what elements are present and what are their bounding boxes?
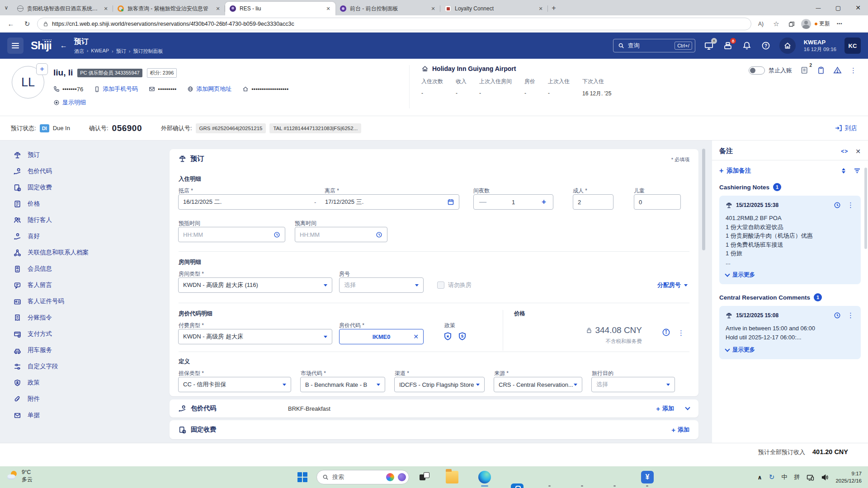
read-aloud-icon[interactable]: A) <box>755 18 767 30</box>
note-history-icon[interactable] <box>834 312 841 319</box>
browser-menu-icon[interactable]: ⋯ <box>834 18 845 30</box>
sidebar-item-rates[interactable]: 价格 <box>14 196 163 212</box>
menu-icon[interactable] <box>7 38 24 54</box>
task-view-button[interactable] <box>420 472 430 482</box>
tab-close-icon[interactable]: ✕ <box>325 5 332 12</box>
property-context[interactable]: KWEAP 16 12月 09:16 <box>804 39 836 53</box>
sidebar-item-package-codes[interactable]: 包价代码 <box>14 163 163 179</box>
adults-input[interactable]: 2 <box>573 194 613 210</box>
help-icon[interactable]: ? <box>760 40 771 51</box>
browser-tab[interactable]: 前台 - 前台控制面板 ✕ <box>335 2 440 15</box>
tab-close-icon[interactable]: ✕ <box>429 5 437 12</box>
microsoft-store-icon[interactable] <box>511 483 524 488</box>
cast-device-icon[interactable] <box>807 474 814 481</box>
main-scrollbar[interactable] <box>702 144 705 439</box>
url-input[interactable]: https://cn1.web.ep.shiji.world/reservati… <box>37 18 751 30</box>
nights-stepper[interactable]: — 1 + <box>473 194 553 210</box>
sidebar-item-attachments[interactable]: 附件 <box>14 391 163 407</box>
room-type-select[interactable]: KWDN - 高级房 超大床 (116) <box>178 277 332 293</box>
edge-browser-icon[interactable] <box>478 471 491 483</box>
sidebar-item-payment-methods[interactable]: 支付方式 <box>14 326 163 342</box>
add-guest-photo-button[interactable]: + <box>36 63 48 75</box>
note-more-icon[interactable]: ⋮ <box>847 201 854 209</box>
alerts-warning-icon[interactable] <box>833 66 842 75</box>
add-package-button[interactable]: +添加 <box>656 404 674 413</box>
taskbar-clock[interactable]: 9:17 2025/12/16 <box>835 470 862 484</box>
property-home-icon[interactable] <box>779 38 796 54</box>
sidebar-item-membership[interactable]: 会员信息 <box>14 261 163 277</box>
collections-icon[interactable] <box>786 18 797 30</box>
banking-app-icon[interactable]: ¥ <box>641 471 654 483</box>
clipboard-icon[interactable] <box>817 66 825 75</box>
etd-input[interactable]: HH:MM <box>295 227 387 242</box>
breadcrumb-item[interactable]: 酒店 <box>74 48 84 55</box>
no-room-move-checkbox[interactable]: 请勿换房 <box>437 281 472 289</box>
room-number-select[interactable]: 选择 <box>339 277 424 293</box>
tray-expand-icon[interactable]: ∧ <box>757 474 762 481</box>
add-note-button[interactable]: +添加备注 <box>719 167 751 175</box>
start-button[interactable] <box>297 472 307 482</box>
add-web-link[interactable]: 添加网页地址 <box>187 85 231 93</box>
source-select[interactable]: CRS - Central Reservation... <box>494 377 582 392</box>
check-in-button[interactable]: 到店 <box>835 124 857 132</box>
sidebar-item-routing[interactable]: 分账指令 <box>14 310 163 326</box>
user-avatar[interactable]: KC <box>844 38 861 54</box>
taskbar-weather-widget[interactable]: 9°C多云 <box>7 469 33 483</box>
minimize-button[interactable]: — <box>808 0 828 15</box>
tab-search-icon[interactable]: ∨ <box>0 1 13 14</box>
price-more-icon[interactable]: ⋮ <box>678 329 685 337</box>
note-history-icon[interactable] <box>834 202 841 209</box>
sidebar-item-transport[interactable]: 用车服务 <box>14 342 163 358</box>
notes-scrollbar[interactable] <box>864 168 867 249</box>
sidebar-item-preferences[interactable]: 喜好 <box>14 228 163 244</box>
maximize-button[interactable]: ▢ <box>828 0 848 15</box>
file-explorer-icon[interactable] <box>446 471 458 483</box>
expand-panel-icon[interactable]: <> <box>841 148 848 155</box>
guarantee-select[interactable]: CC - 信用卡担保 <box>178 377 291 392</box>
add-fixed-charge-button[interactable]: +添加 <box>671 426 689 434</box>
sidebar-item-policies[interactable]: 政策 <box>14 375 163 391</box>
calendar-icon[interactable] <box>447 198 454 206</box>
pay-room-type-select[interactable]: KWDN - 高级房 超大床 <box>178 329 332 344</box>
browser-update-button[interactable]: 更新 <box>815 20 830 28</box>
cashier-icon[interactable] <box>722 40 733 51</box>
show-more-link[interactable]: 显示更多 <box>726 346 854 354</box>
sync-icon[interactable]: ↻ <box>769 473 775 481</box>
taskbar-search-input[interactable]: 搜索 <box>316 470 409 484</box>
external-ref-chip[interactable]: TAL #1128144471321083|FS|6252... <box>269 123 361 133</box>
clock-icon[interactable] <box>376 231 382 238</box>
checkbox-icon[interactable] <box>437 282 444 289</box>
travel-purpose-select[interactable]: 选择 <box>591 377 675 392</box>
sidebar-item-guest-id[interactable]: 客人证件号码 <box>14 293 163 310</box>
sidebar-item-linked-profiles[interactable]: 关联信息和联系人档案 <box>14 244 163 261</box>
close-panel-icon[interactable]: ✕ <box>855 148 861 155</box>
notifications-bell-icon[interactable] <box>741 40 752 51</box>
no-post-toggle[interactable] <box>749 66 765 75</box>
cancellation-policy-shield-icon[interactable] <box>443 332 453 341</box>
volume-icon[interactable] <box>821 474 829 481</box>
workstation-icon[interactable]: ✕ <box>703 40 714 51</box>
plus-icon[interactable]: + <box>535 197 553 206</box>
children-input[interactable]: 0 <box>634 194 681 210</box>
market-code-select[interactable]: B - Benchmark Rate - B <box>300 377 385 392</box>
sidebar-item-reservation[interactable]: 预订 <box>14 147 163 163</box>
note-more-icon[interactable]: ⋮ <box>847 311 854 319</box>
sidebar-item-fixed-charges[interactable]: 固定收费 <box>14 179 163 196</box>
sidebar-item-accompanying-guests[interactable]: 随行客人 <box>14 212 163 228</box>
documents-icon[interactable]: 2 <box>800 66 809 75</box>
tab-close-icon[interactable]: ✕ <box>214 5 222 12</box>
eta-input[interactable]: HH:MM <box>178 227 285 242</box>
breadcrumb-item[interactable]: 预订 <box>112 48 126 55</box>
price-info-icon[interactable] <box>662 328 670 337</box>
browser-tab[interactable]: 旅客查询 - 紫楠旅馆业治安信息管 ✕ <box>113 2 225 15</box>
back-icon[interactable]: ← <box>5 18 17 30</box>
favorite-star-icon[interactable]: ☆ <box>770 18 782 30</box>
ime-language-indicator[interactable]: 中 <box>781 473 787 481</box>
date-range-input[interactable]: 16/12/2025 二. - 17/12/2025 三. <box>178 194 459 210</box>
browser-tab[interactable]: Loyalty Connect ✕ <box>440 2 548 15</box>
filter-icon[interactable] <box>854 167 861 174</box>
ime-mode-indicator[interactable]: 拼 <box>794 473 800 481</box>
external-ref-chip[interactable]: GRS #62520464|20251215 <box>196 123 266 133</box>
breadcrumb-item[interactable]: KWEAP <box>87 48 109 55</box>
breadcrumb-item[interactable]: 预订控制面板 <box>129 48 163 55</box>
